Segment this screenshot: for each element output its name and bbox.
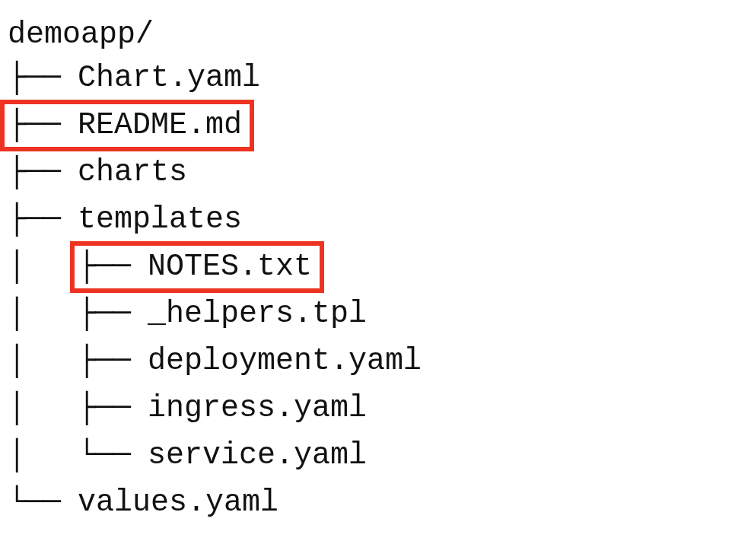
tree-branch-prefix: ├── bbox=[8, 150, 78, 196]
tree-item-label: charts bbox=[78, 150, 187, 196]
tree-item-label: _helpers.tpl bbox=[148, 291, 367, 337]
tree-branch-prefix: │ └── bbox=[8, 433, 148, 479]
tree-item-label: templates bbox=[78, 197, 242, 243]
tree-item: │ ├── _helpers.tpl bbox=[8, 291, 724, 338]
tree-branch-prefix: │ ├── bbox=[8, 386, 148, 431]
tree-item: │ ├── NOTES.txt bbox=[8, 243, 724, 291]
tree-item: ├── templates bbox=[8, 196, 724, 243]
file-tree: demoapp/ ├── Chart.yaml ├── README.md ├─… bbox=[8, 15, 724, 527]
tree-branch-prefix: │ ├── bbox=[8, 339, 148, 384]
highlight-box: ├── README.md bbox=[0, 100, 254, 151]
tree-item: │ └── service.yaml bbox=[8, 432, 724, 479]
tree-branch-prefix: └── bbox=[8, 480, 78, 526]
tree-root: demoapp/ bbox=[8, 15, 724, 55]
tree-item: ├── charts bbox=[8, 149, 724, 196]
tree-item-label: values.yaml bbox=[78, 480, 278, 526]
tree-item-label: ingress.yaml bbox=[148, 386, 367, 431]
tree-item-label: Chart.yaml bbox=[78, 56, 260, 101]
tree-item: │ ├── deployment.yaml bbox=[8, 338, 724, 385]
highlight-box: ├── NOTES.txt bbox=[70, 241, 324, 293]
tree-branch-prefix-outer: │ bbox=[8, 244, 78, 290]
tree-branch-prefix: │ ├── bbox=[8, 291, 148, 337]
tree-item-label: deployment.yaml bbox=[148, 339, 422, 384]
tree-item-label: NOTES.txt bbox=[148, 249, 312, 285]
tree-root-label: demoapp/ bbox=[8, 12, 154, 58]
tree-branch-prefix-inner: ├── bbox=[78, 249, 148, 285]
tree-item-label: service.yaml bbox=[148, 433, 367, 479]
tree-branch-prefix: ├── bbox=[8, 197, 78, 243]
tree-branch-prefix: ├── bbox=[8, 56, 78, 101]
tree-item: │ ├── ingress.yaml bbox=[8, 385, 724, 432]
tree-item: ├── Chart.yaml bbox=[8, 55, 724, 102]
tree-branch-prefix: ├── bbox=[8, 107, 78, 144]
tree-item: ├── README.md bbox=[8, 102, 724, 149]
tree-item: └── values.yaml bbox=[8, 479, 724, 527]
tree-item-label: README.md bbox=[78, 107, 242, 144]
